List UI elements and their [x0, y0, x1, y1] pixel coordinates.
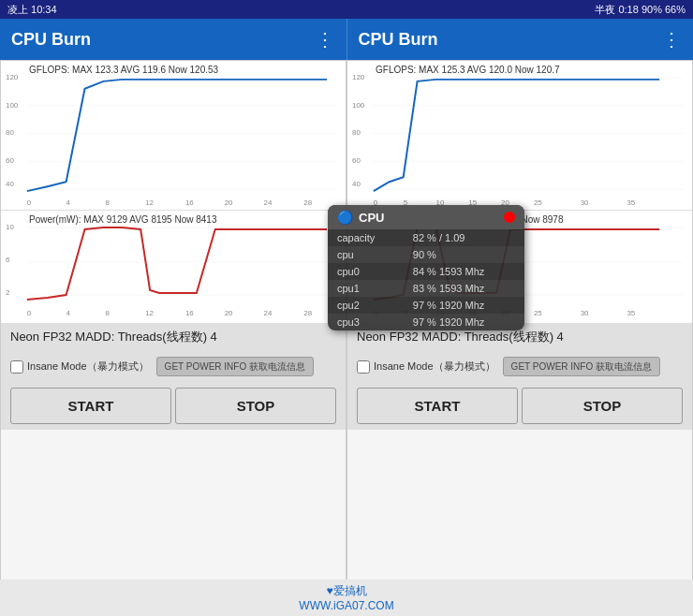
watermark-url: WWW.iGA07.COM: [299, 599, 393, 612]
cpu-row-label: cpu2: [328, 297, 404, 314]
buttons-right: START STOP: [347, 382, 692, 430]
stop-button-right[interactable]: STOP: [522, 388, 683, 424]
svg-text:24: 24: [263, 309, 272, 317]
svg-text:4: 4: [66, 309, 71, 317]
svg-text:16: 16: [185, 309, 194, 317]
cpu-row-label: cpu0: [328, 263, 404, 280]
controls-left: Insane Mode（暴力模式） GET POWER INFO 获取电流信息: [1, 351, 346, 382]
start-button-left[interactable]: START: [10, 388, 171, 424]
thread-info-left: Neon FP32 MADD: Threads(线程数) 4: [1, 323, 346, 351]
svg-text:28: 28: [303, 309, 312, 317]
app-title-right: CPU Burn: [359, 30, 438, 50]
svg-text:12: 12: [145, 198, 154, 207]
svg-text:16: 16: [185, 198, 194, 207]
svg-text:6: 6: [6, 256, 10, 264]
app-header-right: CPU Burn ⋮: [347, 19, 694, 60]
cpu-row-label: cpu1: [328, 280, 404, 297]
svg-text:28: 28: [303, 198, 312, 207]
panel-right: GFLOPS: MAX 125.3 AVG 120.0 Now 120.7 12…: [346, 60, 693, 616]
cpu-table-row: cpu397 % 1920 Mhz: [328, 314, 524, 330]
app-header-left: CPU Burn ⋮: [0, 19, 347, 60]
svg-text:120: 120: [6, 73, 19, 81]
get-power-btn-left[interactable]: GET POWER INFO 获取电流信息: [156, 357, 314, 376]
insane-mode-right[interactable]: Insane Mode（暴力模式）: [357, 359, 495, 374]
buttons-left: START STOP: [1, 382, 346, 430]
svg-text:80: 80: [352, 129, 361, 138]
svg-text:24: 24: [263, 198, 272, 207]
svg-text:0: 0: [27, 198, 32, 207]
cpu-table: capacity82 % / 1.09cpu90 %cpu084 % 1593 …: [328, 229, 524, 330]
record-dot: [504, 212, 515, 223]
cpu-table-row: cpu297 % 1920 Mhz: [328, 297, 524, 314]
cpu-overlay: 🔵 CPU capacity82 % / 1.09cpu90 %cpu084 %…: [328, 205, 524, 330]
controls-right: Insane Mode（暴力模式） GET POWER INFO 获取电流信息: [347, 351, 692, 382]
panel-left: GFLOPS: MAX 123.3 AVG 119.6 Now 120.53 1…: [0, 60, 346, 616]
svg-text:100: 100: [352, 101, 365, 110]
svg-text:30: 30: [581, 198, 589, 207]
cpu-row-label: capacity: [328, 229, 404, 246]
svg-text:2: 2: [6, 288, 10, 297]
cpu-overlay-header: 🔵 CPU: [328, 205, 524, 229]
svg-text:40: 40: [352, 180, 361, 188]
cpu-row-value: 82 % / 1.09: [404, 229, 524, 246]
svg-text:20: 20: [225, 309, 233, 317]
status-bar: 凌上 10:34 半夜 0:18 90% 66%: [0, 0, 693, 19]
app-title-left: CPU Burn: [11, 30, 91, 50]
svg-text:35: 35: [627, 309, 635, 317]
app-header: CPU Burn ⋮ CPU Burn ⋮: [0, 19, 693, 60]
cpu-table-row: capacity82 % / 1.09: [328, 229, 524, 246]
gflops-label-left: GFLOPS: MAX 123.3 AVG 119.6 Now 120.53: [29, 65, 218, 75]
menu-dots-left[interactable]: ⋮: [316, 28, 335, 51]
svg-text:25: 25: [534, 309, 542, 317]
power-chart-left: Power(mW): MAX 9129 AVG 8195 Now 8413 10…: [1, 211, 346, 323]
main-content: GFLOPS: MAX 123.3 AVG 119.6 Now 120.53 1…: [0, 60, 693, 616]
insane-mode-left[interactable]: Insane Mode（暴力模式）: [10, 359, 149, 374]
svg-text:10: 10: [6, 223, 14, 231]
watermark-logo: ♥爱搞机: [326, 584, 366, 597]
insane-label-right: Insane Mode（暴力模式）: [374, 359, 495, 374]
svg-text:60: 60: [352, 156, 361, 165]
svg-text:8: 8: [105, 198, 110, 207]
svg-text:60: 60: [6, 156, 14, 165]
cpu-row-value: 97 % 1920 Mhz: [404, 297, 524, 314]
power-label-left: Power(mW): MAX 9129 AVG 8195 Now 8413: [29, 214, 216, 225]
svg-text:120: 120: [352, 73, 365, 81]
insane-checkbox-right[interactable]: [357, 360, 370, 374]
svg-text:30: 30: [581, 309, 589, 317]
cpu-row-value: 97 % 1920 Mhz: [404, 314, 524, 330]
svg-text:25: 25: [534, 198, 542, 207]
stop-button-left[interactable]: STOP: [175, 388, 336, 424]
cpu-overlay-title: CPU: [359, 211, 384, 225]
status-left: 凌上 10:34: [7, 3, 57, 17]
svg-text:12: 12: [145, 309, 154, 317]
gflops-chart-left: GFLOPS: MAX 123.3 AVG 119.6 Now 120.53 1…: [1, 61, 346, 211]
cpu-row-label: cpu3: [328, 314, 404, 330]
cpu-table-row: cpu183 % 1593 Mhz: [328, 280, 524, 297]
cpu-row-label: cpu: [328, 246, 404, 263]
insane-label-left: Insane Mode（暴力模式）: [27, 359, 149, 374]
insane-checkbox-left[interactable]: [10, 360, 23, 374]
cpu-icon: 🔵: [337, 210, 353, 225]
cpu-row-value: 84 % 1593 Mhz: [404, 263, 524, 280]
svg-text:20: 20: [225, 198, 233, 207]
get-power-btn-right[interactable]: GET POWER INFO 获取电流信息: [503, 357, 660, 376]
svg-text:0: 0: [27, 309, 32, 317]
svg-text:35: 35: [627, 198, 635, 207]
svg-text:4: 4: [66, 198, 71, 207]
menu-dots-right[interactable]: ⋮: [662, 28, 682, 51]
status-right: 半夜 0:18 90% 66%: [595, 3, 686, 17]
svg-text:100: 100: [6, 101, 19, 110]
svg-text:80: 80: [6, 129, 14, 138]
svg-text:40: 40: [6, 180, 14, 188]
gflops-label-right: GFLOPS: MAX 125.3 AVG 120.0 Now 120.7: [376, 65, 560, 75]
gflops-chart-right: GFLOPS: MAX 125.3 AVG 120.0 Now 120.7 12…: [347, 61, 692, 211]
watermark: ♥爱搞机 WWW.iGA07.COM: [0, 579, 693, 616]
cpu-row-value: 83 % 1593 Mhz: [404, 280, 524, 297]
cpu-table-row: cpu90 %: [328, 246, 524, 263]
start-button-right[interactable]: START: [357, 388, 518, 424]
cpu-table-row: cpu084 % 1593 Mhz: [328, 263, 524, 280]
svg-text:8: 8: [105, 309, 110, 317]
cpu-row-value: 90 %: [404, 246, 524, 263]
